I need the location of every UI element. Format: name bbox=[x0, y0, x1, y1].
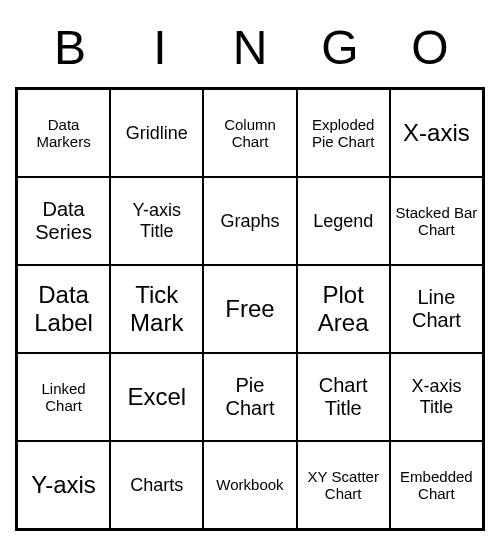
bingo-cell[interactable]: Data Label bbox=[17, 265, 110, 353]
bingo-cell[interactable]: Data Markers bbox=[17, 89, 110, 177]
bingo-cell[interactable]: Pie Chart bbox=[203, 353, 296, 441]
header-letter-o: O bbox=[385, 20, 475, 75]
bingo-grid: Data MarkersGridlineColumn ChartExploded… bbox=[15, 87, 485, 531]
header-letter-n: N bbox=[205, 20, 295, 75]
bingo-cell[interactable]: Charts bbox=[110, 441, 203, 529]
header-letter-b: B bbox=[25, 20, 115, 75]
bingo-cell[interactable]: Linked Chart bbox=[17, 353, 110, 441]
bingo-cell[interactable]: Exploded Pie Chart bbox=[297, 89, 390, 177]
bingo-cell[interactable]: X-axis bbox=[390, 89, 483, 177]
bingo-cell[interactable]: Graphs bbox=[203, 177, 296, 265]
bingo-cell[interactable]: Column Chart bbox=[203, 89, 296, 177]
bingo-cell[interactable]: Gridline bbox=[110, 89, 203, 177]
bingo-cell[interactable]: Y-axis bbox=[17, 441, 110, 529]
header-letter-i: I bbox=[115, 20, 205, 75]
bingo-cell[interactable]: Y-axis Title bbox=[110, 177, 203, 265]
header-letter-g: G bbox=[295, 20, 385, 75]
bingo-cell[interactable]: Plot Area bbox=[297, 265, 390, 353]
bingo-card: B I N G O Data MarkersGridlineColumn Cha… bbox=[15, 20, 485, 531]
bingo-cell[interactable]: Chart Title bbox=[297, 353, 390, 441]
bingo-cell[interactable]: Workbook bbox=[203, 441, 296, 529]
bingo-header: B I N G O bbox=[15, 20, 485, 75]
bingo-cell[interactable]: Data Series bbox=[17, 177, 110, 265]
bingo-cell[interactable]: XY Scatter Chart bbox=[297, 441, 390, 529]
bingo-cell[interactable]: Legend bbox=[297, 177, 390, 265]
bingo-cell[interactable]: Embedded Chart bbox=[390, 441, 483, 529]
bingo-cell[interactable]: Stacked Bar Chart bbox=[390, 177, 483, 265]
bingo-cell[interactable]: Line Chart bbox=[390, 265, 483, 353]
bingo-cell[interactable]: Tick Mark bbox=[110, 265, 203, 353]
bingo-cell[interactable]: Excel bbox=[110, 353, 203, 441]
bingo-cell[interactable]: X-axis Title bbox=[390, 353, 483, 441]
bingo-cell[interactable]: Free bbox=[203, 265, 296, 353]
